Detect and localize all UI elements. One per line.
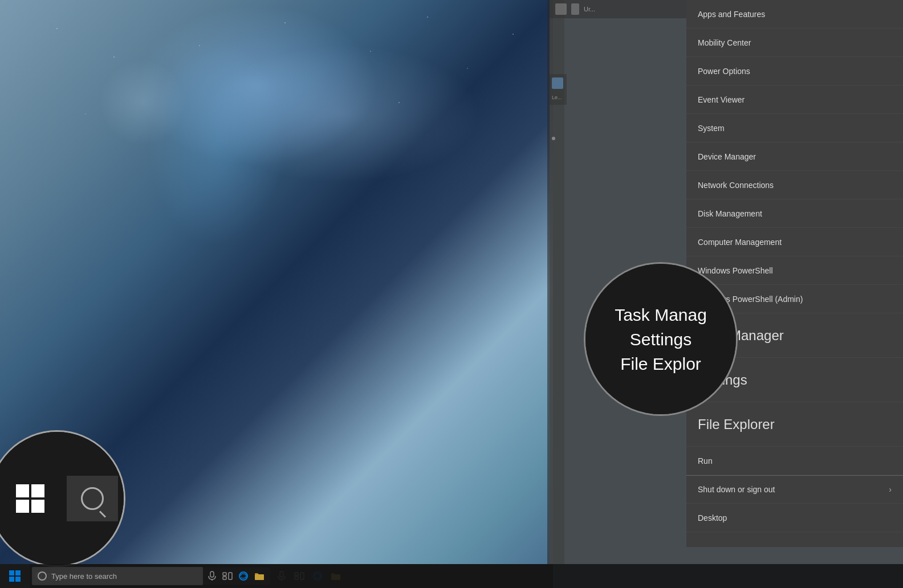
menu-item-label-device-manager: Device Manager xyxy=(698,152,756,161)
menu-item-label-network-connections: Network Connections xyxy=(698,181,774,190)
taskbar-folder-icon xyxy=(254,571,265,581)
zoomed-search-area xyxy=(67,476,118,521)
svg-rect-13 xyxy=(229,573,232,579)
taskbar-bottom-search[interactable]: Type here to search xyxy=(32,567,203,585)
menu-item-desktop[interactable]: Desktop xyxy=(686,504,903,532)
menu-item-label-desktop: Desktop xyxy=(698,513,727,522)
zoom-settings-text: Settings xyxy=(630,328,692,350)
menu-item-power-options[interactable]: Power Options xyxy=(686,57,903,85)
strip-icon-2 xyxy=(571,3,579,15)
menu-item-device-manager[interactable]: Device Manager xyxy=(686,142,903,171)
svg-rect-11 xyxy=(223,573,226,575)
svg-rect-9 xyxy=(210,571,214,577)
zoomed-windows-logo xyxy=(16,484,44,513)
taskbar-taskview-icon xyxy=(222,572,233,580)
svg-rect-15 xyxy=(255,574,264,580)
menu-item-computer-management[interactable]: Computer Management xyxy=(686,228,903,256)
menu-item-label-apps-features: Apps and Features xyxy=(698,10,765,19)
taskbar-edge-icon xyxy=(238,571,249,581)
menu-item-label-windows-powershell: Windows PowerShell xyxy=(698,266,773,275)
menu-item-label-disk-management: Disk Management xyxy=(698,209,762,218)
zoomed-search-icon xyxy=(81,487,104,510)
left-panel-icons: Le... xyxy=(550,74,567,105)
taskbar-mic-icon xyxy=(208,571,217,581)
menu-item-shut-down[interactable]: Shut down or sign out› xyxy=(686,475,903,504)
zoom-circle-start-inner xyxy=(0,432,124,565)
menu-item-event-viewer[interactable]: Event Viewer xyxy=(686,85,903,114)
zoomed-start-button xyxy=(2,470,59,527)
panel-label: Le... xyxy=(552,95,562,100)
zoom-circle-start xyxy=(0,430,125,567)
panel-icon-1 xyxy=(552,77,563,89)
taskbar-windows-logo xyxy=(9,570,21,582)
menu-item-label-shut-down: Shut down or sign out xyxy=(698,485,775,494)
menu-item-disk-management[interactable]: Disk Management xyxy=(686,199,903,228)
context-menu: Apps and FeaturesMobility CenterPower Op… xyxy=(686,0,903,547)
menu-item-label-run: Run xyxy=(698,456,713,466)
svg-rect-12 xyxy=(223,577,226,579)
taskbar-search-text: Type here to search xyxy=(51,572,117,581)
menu-item-system[interactable]: System xyxy=(686,114,903,142)
taskbar-start-button[interactable] xyxy=(0,564,30,588)
taskbar-bottom-icons xyxy=(208,571,265,581)
menu-item-arrow-shut-down: › xyxy=(889,485,892,494)
menu-item-apps-features[interactable]: Apps and Features xyxy=(686,0,903,28)
menu-item-network-connections[interactable]: Network Connections xyxy=(686,171,903,199)
full-taskbar: Type here to search xyxy=(0,564,903,588)
zoom-file-explorer-text: File Explor xyxy=(620,353,701,375)
menu-item-windows-powershell[interactable]: Windows PowerShell xyxy=(686,256,903,285)
menu-item-file-explorer[interactable]: File Explorer xyxy=(686,402,903,447)
zoom-task-manager-text: Task Manag xyxy=(615,304,707,326)
menu-item-label-mobility-center: Mobility Center xyxy=(698,38,751,47)
strip-icon-1 xyxy=(555,3,567,15)
zoom-circle-menu: Task Manag Settings File Explor xyxy=(584,262,738,416)
strip-text: Ur... xyxy=(584,6,595,13)
menu-item-label-computer-management: Computer Management xyxy=(698,238,782,247)
menu-item-label-power-options: Power Options xyxy=(698,67,750,76)
menu-item-run[interactable]: Run xyxy=(686,447,903,475)
dot-decoration xyxy=(552,137,555,140)
menu-item-label-file-explorer: File Explorer xyxy=(698,416,775,432)
menu-item-label-system: System xyxy=(698,124,725,133)
menu-item-mobility-center[interactable]: Mobility Center xyxy=(686,28,903,57)
menu-item-label-event-viewer: Event Viewer xyxy=(698,95,745,104)
zoom-circle-menu-content: Task Manag Settings File Explor xyxy=(585,264,736,414)
menu-items-container: Apps and FeaturesMobility CenterPower Op… xyxy=(686,0,903,532)
taskbar-search-icon xyxy=(38,571,47,581)
